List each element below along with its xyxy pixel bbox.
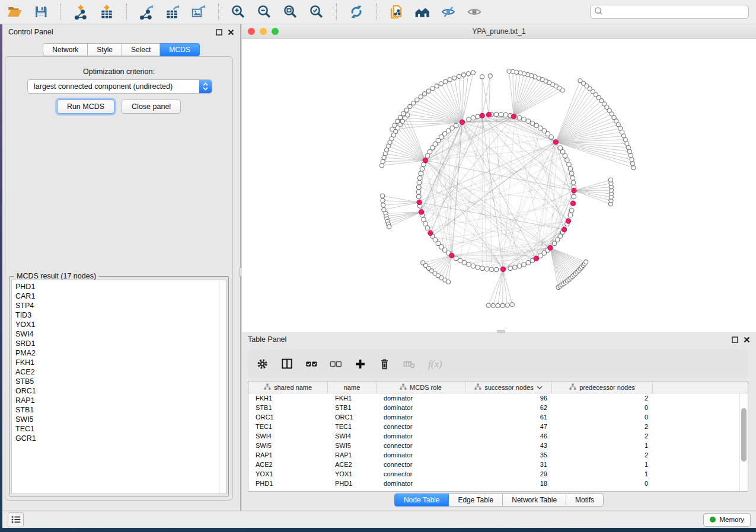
mcds-result-item[interactable]: SWI4 — [15, 329, 226, 339]
mcds-result-item[interactable]: FKH1 — [15, 358, 226, 367]
table-row[interactable]: TEC1TEC1connector472 — [248, 422, 748, 431]
node-table: shared namenameMCDS rolesuccessor nodesp… — [248, 381, 748, 492]
hide-eye-icon[interactable] — [439, 3, 457, 21]
tab-network-table[interactable]: Network Table — [503, 493, 566, 507]
import-table-icon[interactable] — [98, 3, 116, 21]
select-all-icon[interactable] — [305, 358, 318, 370]
export-table-icon[interactable] — [164, 3, 181, 21]
mcds-result-item[interactable]: STP4 — [15, 301, 226, 310]
table-row[interactable]: SWI4SWI4dominator462 — [248, 431, 748, 441]
mcds-result-item[interactable]: ORC1 — [15, 386, 226, 396]
tab-motifs[interactable]: Motifs — [566, 493, 604, 507]
clone-network-icon[interactable] — [387, 3, 405, 21]
mcds-result-item[interactable]: STB5 — [15, 377, 226, 386]
zoom-in-icon[interactable] — [229, 3, 247, 21]
splitter-handle[interactable] — [497, 330, 505, 333]
cell-shared_name: YOX1 — [248, 469, 328, 479]
table-scrollbar[interactable] — [739, 394, 747, 491]
zoom-fit-icon[interactable] — [282, 3, 299, 21]
window-minimize-icon[interactable] — [260, 28, 267, 35]
cell-name: SWI5 — [328, 441, 377, 450]
table-row[interactable]: ORC1ORC1dominator610 — [248, 412, 748, 422]
mcds-result-item[interactable]: YOX1 — [15, 320, 226, 329]
mcds-result-item[interactable]: CAR1 — [15, 291, 226, 301]
cell-name: TEC1 — [328, 422, 377, 431]
tab-edge-table[interactable]: Edge Table — [449, 493, 503, 507]
float-panel-icon[interactable] — [732, 336, 738, 343]
cell-name: ACE2 — [328, 460, 377, 469]
refresh-icon[interactable] — [347, 3, 365, 21]
table-header-row: shared namenameMCDS rolesuccessor nodesp… — [248, 382, 748, 393]
table-row[interactable]: PHD1PHD1dominator180 — [248, 479, 748, 488]
tree-icon — [474, 383, 481, 392]
mcds-result-item[interactable]: PHD1 — [15, 282, 226, 291]
table-row[interactable]: RAP1RAP1dominator352 — [248, 450, 748, 460]
mcds-result-item[interactable]: STB1 — [15, 405, 226, 415]
tab-select[interactable]: Select — [122, 43, 160, 56]
export-network-icon[interactable] — [138, 3, 155, 21]
add-column-icon[interactable] — [354, 358, 366, 370]
table-panel-header: Table Panel — [242, 332, 756, 347]
table-row[interactable]: YOX1YOX1connector291 — [248, 469, 748, 479]
window-close-icon[interactable] — [248, 28, 255, 35]
tree-icon — [264, 383, 271, 392]
optimization-criterion-label: Optimization criterion: — [5, 68, 232, 76]
cell-shared_name: TEC1 — [248, 422, 328, 431]
tab-network[interactable]: Network — [43, 43, 88, 56]
zoom-selected-icon[interactable] — [308, 3, 326, 21]
mcds-result-item[interactable]: RAP1 — [15, 396, 226, 405]
mcds-result-item[interactable]: TEC1 — [15, 424, 226, 434]
mcds-result-item[interactable]: SRD1 — [15, 339, 226, 348]
open-folder-icon[interactable] — [6, 3, 24, 21]
import-network-icon[interactable] — [72, 3, 90, 21]
cell-name: SWI4 — [328, 431, 377, 441]
search-box[interactable] — [590, 5, 749, 19]
home-network-icon[interactable] — [413, 3, 431, 21]
column-header-MCDS-role[interactable]: MCDS role — [377, 382, 465, 393]
mcds-result-list[interactable]: PHD1CAR1STP4TID3YOX1SWI4SRD1PMA2FKH1ACE2… — [11, 280, 227, 494]
network-canvas[interactable] — [242, 39, 756, 332]
save-icon[interactable] — [32, 3, 50, 21]
search-input[interactable] — [605, 8, 745, 16]
split-columns-icon[interactable] — [280, 357, 294, 370]
mcds-result-item[interactable]: GCR1 — [15, 434, 226, 443]
tab-mcds[interactable]: MCDS — [160, 43, 199, 56]
zoom-out-icon[interactable] — [256, 3, 273, 21]
table-panel-title: Table Panel — [248, 335, 286, 344]
run-mcds-button[interactable]: Run MCDS — [57, 100, 114, 114]
column-header-predecessor-nodes[interactable]: predecessor nodes — [552, 382, 653, 393]
close-panel-icon[interactable] — [744, 336, 750, 343]
gear-icon[interactable] — [256, 358, 269, 370]
criterion-select[interactable]: largest connected component (undirected) — [27, 79, 212, 94]
table-row[interactable]: ACE2ACE2connector311 — [248, 460, 748, 469]
memory-button[interactable]: Memory — [703, 513, 751, 527]
column-header-shared-name[interactable]: shared name — [248, 382, 328, 393]
panel-list-button[interactable] — [8, 512, 24, 527]
list-scrollbar[interactable] — [219, 280, 226, 493]
float-panel-icon[interactable] — [216, 29, 222, 36]
close-panel-button[interactable]: Close panel — [122, 100, 181, 114]
delete-column-icon[interactable] — [378, 358, 391, 370]
close-panel-icon[interactable] — [228, 29, 234, 36]
tab-node-table[interactable]: Node Table — [394, 493, 449, 507]
deselect-all-icon[interactable] — [330, 358, 342, 370]
horizontal-splitter[interactable] — [242, 330, 756, 333]
tree-icon — [400, 383, 407, 392]
table-row[interactable]: STB1STB1dominator620 — [248, 403, 748, 412]
criterion-select-value: largest connected component (undirected) — [28, 82, 199, 91]
column-header-name[interactable]: name — [328, 382, 377, 393]
scrollbar-thumb[interactable] — [741, 408, 747, 462]
tab-style[interactable]: Style — [88, 43, 122, 56]
table-row[interactable]: FKH1FKH1dominator962 — [248, 393, 748, 403]
export-image-icon[interactable] — [190, 3, 208, 21]
cell-shared_name: ORC1 — [248, 412, 328, 422]
mcds-result-title: MCDS result (17 nodes) — [14, 272, 98, 280]
window-zoom-icon[interactable] — [272, 28, 279, 35]
column-header-successor-nodes[interactable]: successor nodes — [465, 382, 552, 393]
mcds-result-item[interactable]: SWI5 — [15, 415, 226, 424]
table-row[interactable]: SWI5SWI5connector431 — [248, 441, 748, 450]
mcds-result-item[interactable]: ACE2 — [15, 367, 226, 377]
toolbar-separator — [376, 4, 377, 20]
mcds-result-item[interactable]: PMA2 — [15, 348, 226, 358]
mcds-result-item[interactable]: TID3 — [15, 310, 226, 320]
